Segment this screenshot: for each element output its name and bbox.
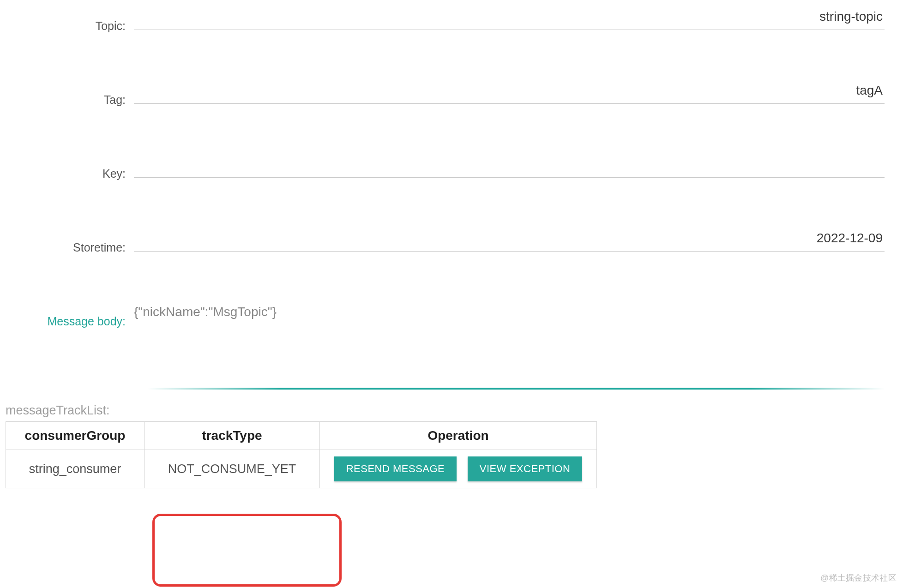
key-row: Key: (0, 152, 903, 226)
section-divider (148, 388, 885, 390)
message-detail-form: Topic: Tag: Key: Storetime: Message body… (0, 0, 903, 351)
message-body-row: Message body: {"nickName":"MsgTopic"} (0, 300, 903, 351)
storetime-input[interactable] (134, 226, 885, 252)
storetime-label: Storetime: (0, 226, 134, 254)
highlight-annotation (152, 514, 342, 587)
watermark: @稀土掘金技术社区 (820, 572, 897, 583)
key-input[interactable] (134, 152, 885, 178)
cell-consumer-group: string_consumer (6, 450, 144, 488)
message-track-list-label: messageTrackList: (0, 403, 903, 418)
header-operation: Operation (320, 422, 597, 450)
view-exception-button[interactable]: VIEW EXCEPTION (468, 456, 582, 481)
table-row: string_consumer NOT_CONSUME_YET RESEND M… (6, 450, 597, 488)
tag-row: Tag: (0, 78, 903, 152)
resend-message-button[interactable]: RESEND MESSAGE (334, 456, 457, 481)
table-header-row: consumerGroup trackType Operation (6, 422, 597, 450)
tag-label: Tag: (0, 78, 134, 107)
message-body-value: {"nickName":"MsgTopic"} (134, 300, 885, 319)
message-body-label: Message body: (0, 300, 134, 328)
tag-input[interactable] (134, 78, 885, 104)
header-consumer-group: consumerGroup (6, 422, 144, 450)
topic-input[interactable] (134, 5, 885, 30)
key-label: Key: (0, 152, 134, 180)
cell-track-type: NOT_CONSUME_YET (144, 450, 320, 488)
header-track-type: trackType (144, 422, 320, 450)
topic-row: Topic: (0, 5, 903, 78)
storetime-row: Storetime: (0, 226, 903, 300)
topic-label: Topic: (0, 5, 134, 33)
cell-operation: RESEND MESSAGE VIEW EXCEPTION (320, 450, 597, 488)
message-track-table: consumerGroup trackType Operation string… (6, 421, 597, 488)
